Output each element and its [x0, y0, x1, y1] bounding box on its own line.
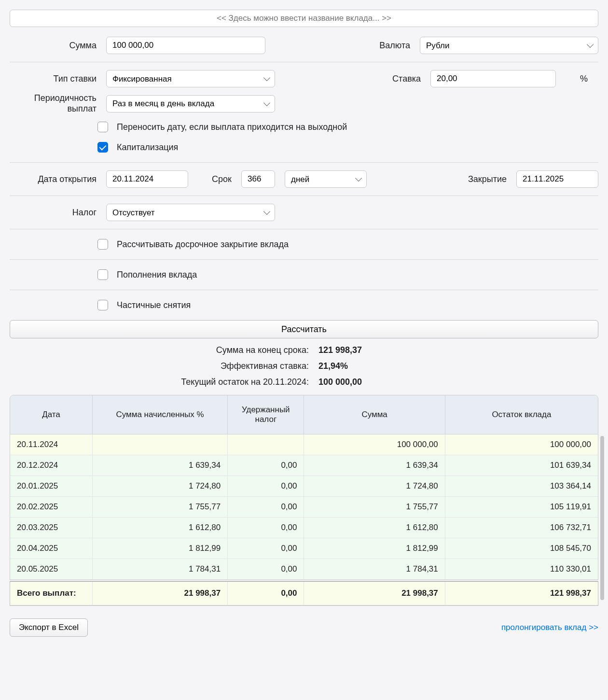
term-label: Срок: [198, 174, 232, 184]
cell-tax: 0,00: [228, 497, 304, 518]
totals-tax: 0,00: [228, 582, 304, 605]
schedule-table: Дата Сумма начисленных % Удержанный нало…: [10, 395, 598, 580]
capitalization-checkbox[interactable]: [97, 142, 108, 153]
percent-sign: %: [569, 74, 598, 84]
cell-balance: 110 330,01: [445, 559, 598, 580]
totals-balance: 121 998,37: [445, 582, 598, 605]
cell-accrued: [93, 434, 228, 455]
current-balance-value: 100 000,00: [318, 377, 362, 387]
th-balance: Остаток вклада: [445, 395, 598, 434]
table-row: 20.05.20251 784,310,001 784,31110 330,01: [10, 559, 598, 580]
payout-freq-select[interactable]: Раз в месяц в день вклада: [106, 95, 275, 112]
topups-label: Пополнения вклада: [117, 270, 197, 280]
close-date-label: Закрытие: [468, 174, 507, 184]
end-amount-value: 121 998,37: [318, 345, 362, 355]
capitalization-label: Капитализация: [117, 142, 178, 153]
cell-accrued: 1 639,34: [93, 455, 228, 476]
cell-sum: 1 639,34: [304, 455, 445, 476]
open-date-input[interactable]: [106, 170, 188, 188]
cell-sum: 1 612,80: [304, 518, 445, 538]
cell-tax: 0,00: [228, 518, 304, 538]
cell-tax: 0,00: [228, 538, 304, 559]
cell-sum: 1 784,31: [304, 559, 445, 580]
currency-label: Валюта: [379, 41, 410, 51]
early-close-label: Рассчитывать досрочное закрытие вклада: [117, 239, 289, 250]
th-accrued: Сумма начисленных %: [93, 395, 228, 434]
cell-balance: 101 639,34: [445, 455, 598, 476]
weekend-shift-label: Переносить дату, если выплата приходится…: [117, 122, 347, 132]
table-row: 20.03.20251 612,800,001 612,80106 732,71: [10, 518, 598, 538]
eff-rate-value: 21,94%: [318, 361, 348, 371]
cell-tax: 0,00: [228, 476, 304, 497]
cell-sum: 1 755,77: [304, 497, 445, 518]
prolong-link[interactable]: пролонгировать вклад >>: [501, 623, 598, 632]
cell-date: 20.11.2024: [10, 434, 93, 455]
cell-date: 20.12.2024: [10, 455, 93, 476]
cell-date: 20.05.2025: [10, 559, 93, 580]
cell-balance: 105 119,91: [445, 497, 598, 518]
tax-select[interactable]: Отсуствует: [106, 204, 275, 221]
withdrawals-checkbox[interactable]: [97, 300, 108, 310]
cell-accrued: 1 812,99: [93, 538, 228, 559]
amount-input[interactable]: [106, 37, 265, 54]
totals-accrued: 21 998,37: [93, 582, 228, 605]
cell-tax: 0,00: [228, 455, 304, 476]
cell-balance: 103 364,14: [445, 476, 598, 497]
cell-date: 20.01.2025: [10, 476, 93, 497]
export-excel-button[interactable]: Экспорт в Excel: [10, 618, 88, 637]
open-date-label: Дата открытия: [10, 174, 97, 184]
cell-date: 20.04.2025: [10, 538, 93, 559]
totals-label: Всего выплат:: [10, 582, 93, 605]
th-date: Дата: [10, 395, 93, 434]
th-tax: Удержанный налог: [228, 395, 304, 434]
rate-input[interactable]: [430, 70, 556, 87]
cell-date: 20.03.2025: [10, 518, 93, 538]
cell-balance: 106 732,71: [445, 518, 598, 538]
calculate-button[interactable]: Рассчитать: [10, 320, 598, 338]
rate-type-label: Тип ставки: [10, 74, 97, 84]
cell-tax: [228, 434, 304, 455]
cell-tax: 0,00: [228, 559, 304, 580]
topups-checkbox[interactable]: [97, 269, 108, 280]
rate-label: Ставка: [392, 74, 421, 84]
cell-balance: 108 545,70: [445, 538, 598, 559]
table-row: 20.12.20241 639,340,001 639,34101 639,34: [10, 455, 598, 476]
term-input[interactable]: [241, 170, 275, 188]
cell-date: 20.02.2025: [10, 497, 93, 518]
close-date-input[interactable]: [516, 170, 598, 188]
cell-accrued: 1 784,31: [93, 559, 228, 580]
cell-sum: 100 000,00: [304, 434, 445, 455]
payout-freq-label: Периодичность выплат: [10, 93, 97, 114]
weekend-shift-checkbox[interactable]: [97, 122, 108, 132]
early-close-checkbox[interactable]: [97, 239, 108, 250]
rate-type-select[interactable]: Фиксированная: [106, 70, 275, 87]
table-row: 20.11.2024100 000,00100 000,00: [10, 434, 598, 455]
withdrawals-label: Частичные снятия: [117, 300, 191, 310]
amount-label: Сумма: [10, 41, 97, 51]
cell-accrued: 1 612,80: [93, 518, 228, 538]
totals-row: Всего выплат: 21 998,37 0,00 21 998,37 1…: [10, 581, 598, 606]
current-balance-label: Текущий остаток на 20.11.2024:: [10, 377, 309, 387]
deposit-title-input[interactable]: [10, 10, 598, 27]
table-scrollbar[interactable]: [600, 436, 604, 600]
cell-sum: 1 812,99: [304, 538, 445, 559]
table-row: 20.02.20251 755,770,001 755,77105 119,91: [10, 497, 598, 518]
term-unit-select[interactable]: дней: [285, 170, 367, 188]
table-row: 20.04.20251 812,990,001 812,99108 545,70: [10, 538, 598, 559]
currency-select[interactable]: Рубли: [420, 37, 598, 54]
cell-accrued: 1 755,77: [93, 497, 228, 518]
table-row: 20.01.20251 724,800,001 724,80103 364,14: [10, 476, 598, 497]
totals-sum: 21 998,37: [304, 582, 445, 605]
th-sum: Сумма: [304, 395, 445, 434]
cell-accrued: 1 724,80: [93, 476, 228, 497]
cell-balance: 100 000,00: [445, 434, 598, 455]
eff-rate-label: Эффективная ставка:: [10, 361, 309, 371]
cell-sum: 1 724,80: [304, 476, 445, 497]
end-amount-label: Сумма на конец срока:: [10, 345, 309, 355]
tax-label: Налог: [10, 208, 97, 218]
